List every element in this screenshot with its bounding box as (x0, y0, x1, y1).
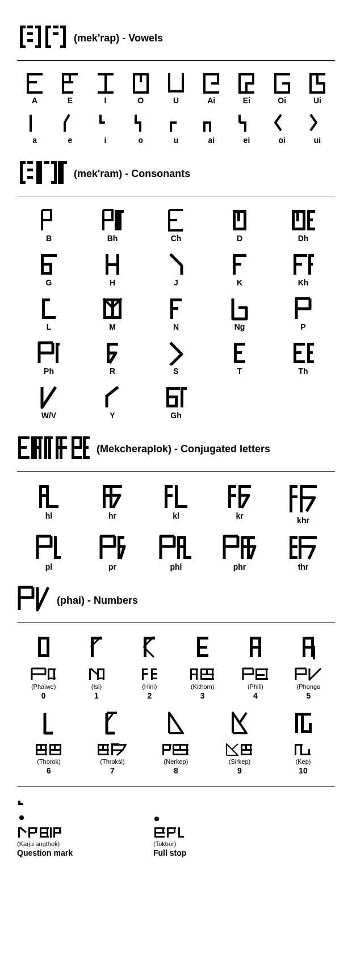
glyph-sym-question (17, 798, 33, 826)
svg-rect-176 (299, 536, 317, 539)
glyph-cell-Dh: Dh (271, 205, 335, 245)
consonants-row3: L M (17, 294, 335, 334)
glyph-label-U: U (173, 96, 179, 105)
svg-rect-289 (59, 827, 61, 834)
svg-rect-10 (104, 73, 107, 94)
svg-rect-133 (39, 485, 47, 488)
glyph-sym-K (231, 252, 249, 277)
conjugated-row1: hl hr (17, 481, 335, 527)
svg-rect-18 (182, 73, 184, 91)
glyph-cell-num9-sym (208, 708, 271, 738)
glyph-label-o: o (138, 136, 143, 145)
glyph-label-hl: hl (45, 511, 52, 520)
glyph-sym-e (64, 112, 76, 134)
svg-rect-157 (54, 536, 57, 559)
glyph-label-ui: ui (314, 136, 321, 145)
glyph-label-Th: Th (298, 367, 308, 376)
svg-rect-260 (173, 754, 188, 755)
glyph-sym-Y (104, 385, 120, 410)
svg-rect-65 (233, 254, 246, 257)
svg-rect-130 (83, 446, 89, 449)
svg-rect-158 (54, 556, 61, 559)
glyph-sym-fullstop (153, 798, 160, 826)
num-value-9: 9 (237, 766, 242, 775)
svg-rect-294 (154, 836, 165, 838)
svg-rect-283 (40, 832, 47, 834)
svg-rect-31 (309, 91, 325, 94)
num-name-kithom: (Kithom) 3 (176, 664, 229, 703)
vowels-lowercase-grid: a e i o (17, 110, 335, 147)
num-value-5: 5 (306, 691, 311, 700)
glyph-cell-H: H (81, 250, 144, 289)
glyph-cell-Th: Th (271, 338, 335, 378)
glyph-label-R: R (110, 367, 115, 376)
svg-rect-179 (38, 637, 41, 657)
svg-rect-0 (27, 73, 43, 75)
svg-rect-66 (233, 263, 241, 266)
num-name-label-5 (294, 666, 323, 683)
glyph-label-K: K (237, 278, 242, 287)
glyph-sym-U (167, 72, 185, 95)
glyph-sym-num0 (36, 634, 52, 659)
glyph-cell-U: U (158, 70, 194, 107)
svg-rect-238 (40, 744, 42, 750)
glyph-cell-K: K (208, 250, 271, 289)
glyph-cell-ai: ai (194, 110, 229, 147)
num-value-10: 10 (299, 766, 308, 775)
punct-label-question-name: (Karju angthek) (17, 840, 60, 847)
svg-rect-205 (103, 668, 104, 680)
svg-rect-135 (46, 485, 49, 508)
svg-rect-75 (42, 298, 50, 301)
glyph-sym-num8 (167, 710, 185, 735)
glyph-cell-num6-sym (17, 708, 81, 738)
svg-rect-35 (27, 176, 33, 179)
svg-rect-115 (39, 436, 41, 459)
svg-rect-69 (294, 263, 302, 266)
glyph-label-Bh: Bh (107, 234, 118, 243)
glyph-sym-A (26, 72, 44, 95)
glyph-sym-kl (162, 483, 190, 510)
svg-rect-149 (228, 494, 236, 497)
svg-rect-14 (133, 91, 149, 94)
glyph-sym-S (168, 340, 184, 365)
num-value-8: 8 (174, 766, 178, 775)
svg-rect-6 (62, 91, 73, 94)
num-label-phili: (Phili) (248, 683, 263, 690)
glyph-cell-a: a (17, 110, 52, 147)
glyph-sym-N (168, 296, 184, 321)
svg-rect-153 (290, 485, 297, 488)
svg-rect-152 (290, 485, 292, 512)
consonants-header-glyph (17, 158, 68, 189)
glyph-sym-khr (287, 483, 319, 515)
glyph-cell-num3-sym (176, 632, 229, 662)
svg-rect-11 (98, 91, 114, 94)
svg-rect-249 (107, 744, 108, 755)
glyph-label-P: P (300, 322, 305, 331)
svg-rect-136 (46, 505, 58, 508)
svg-rect-13 (133, 73, 135, 94)
glyph-cell-pr: pr (81, 532, 144, 574)
consonants-title: (mek'ram) - Consonants (74, 168, 190, 180)
glyph-sym-Th (291, 340, 315, 365)
punct-name-fullstop (153, 826, 185, 840)
glyph-cell-Ng: Ng (208, 294, 271, 334)
glyph-cell-Ph: Ph (17, 338, 81, 378)
svg-rect-160 (118, 536, 124, 539)
glyph-sym-E (61, 72, 79, 95)
svg-rect-208 (142, 673, 148, 675)
punct-name-question (17, 826, 62, 840)
svg-rect-99 (307, 360, 314, 363)
glyph-sym-ai (203, 112, 219, 134)
svg-rect-85 (56, 343, 60, 346)
glyph-label-M: M (109, 322, 116, 331)
svg-rect-28 (274, 91, 290, 94)
num-value-1: 1 (94, 691, 99, 700)
num-name-phili: (Phili) 4 (229, 664, 282, 703)
glyph-cell-e: e (52, 110, 87, 147)
glyph-label-e: e (68, 136, 72, 145)
svg-rect-156 (300, 485, 317, 488)
glyph-sym-phl (158, 534, 194, 561)
numbers-header: (phai) - Numbers (17, 585, 335, 616)
svg-rect-134 (39, 494, 47, 497)
svg-rect-279 (28, 832, 35, 834)
